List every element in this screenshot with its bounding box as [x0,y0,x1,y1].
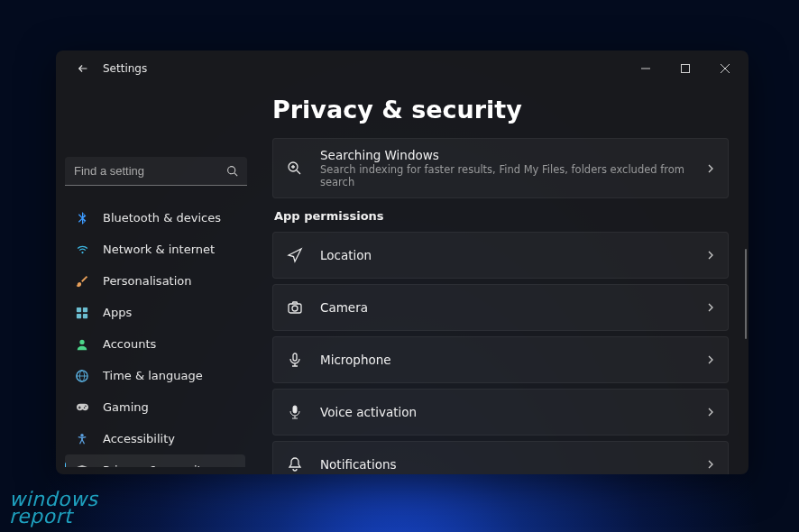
settings-window: Settings [56,50,748,474]
card-title: Voice activation [320,405,706,419]
sidebar-item-label: Personalisation [103,274,192,288]
card-camera[interactable]: Camera [272,284,729,331]
card-microphone[interactable]: Microphone [272,336,729,383]
svg-rect-14 [293,406,297,413]
sidebar-item-label: Bluetooth & devices [103,211,221,225]
main-content: Privacy & security Searching Windows Sea… [256,87,748,474]
titlebar: Settings [56,50,748,87]
svg-rect-2 [77,307,81,311]
search-input[interactable] [74,164,226,178]
sidebar-item-accessibility[interactable]: Accessibility [65,423,245,454]
microphone-icon [286,351,304,369]
minimize-button[interactable] [626,50,666,87]
section-header-app-permissions: App permissions [274,209,729,223]
search-box[interactable] [65,157,247,186]
svg-rect-5 [83,313,87,317]
sidebar-item-label: Apps [103,306,132,319]
accessibility-icon [74,431,90,447]
page-title: Privacy & security [272,96,729,124]
card-title: Searching Windows [320,148,706,162]
wifi-icon [74,242,90,258]
globe-clock-icon [74,368,90,384]
chevron-right-icon [706,408,715,417]
svg-point-12 [292,306,298,311]
svg-point-6 [79,339,84,344]
window-title: Settings [103,62,147,75]
sidebar-item-time[interactable]: Time & language [65,360,245,391]
card-notifications[interactable]: Notifications [272,441,729,474]
paintbrush-icon [74,273,90,289]
shield-icon [74,463,90,468]
maximize-button[interactable] [666,50,705,87]
watermark-line2: report [9,508,97,527]
voice-icon [286,403,304,421]
card-location[interactable]: Location [272,232,729,279]
close-button[interactable] [705,50,745,87]
sidebar-nav: Bluetooth & devices Network & internet P… [65,202,247,467]
card-subtitle: Search indexing for faster results, Find… [320,163,706,188]
svg-point-1 [228,167,235,174]
card-searching-windows[interactable]: Searching Windows Search indexing for fa… [272,138,729,198]
person-icon [74,336,90,353]
sidebar-item-personalisation[interactable]: Personalisation [65,265,245,297]
main-scrollbar[interactable] [745,249,747,339]
svg-rect-4 [77,313,81,317]
apps-icon [74,305,90,321]
sidebar-item-privacy[interactable]: Privacy & security [65,454,245,467]
card-title: Microphone [320,353,706,367]
sidebar-item-label: Accounts [103,337,156,351]
location-icon [286,246,304,264]
chevron-right-icon [706,164,715,173]
sidebar-item-label: Accessibility [103,432,175,445]
bell-icon [286,455,304,473]
search-settings-icon [286,160,304,178]
camera-icon [286,298,304,316]
svg-point-9 [80,433,84,436]
sidebar-item-accounts[interactable]: Accounts [65,328,245,360]
sidebar-item-bluetooth[interactable]: Bluetooth & devices [65,202,245,234]
card-voice-activation[interactable]: Voice activation [272,389,729,436]
back-button[interactable] [70,56,96,81]
svg-rect-0 [682,65,690,73]
card-title: Camera [320,300,706,315]
svg-rect-13 [293,353,297,361]
sidebar-item-label: Privacy & security [103,463,208,467]
chevron-right-icon [706,303,715,312]
sidebar-item-label: Gaming [103,400,149,414]
card-title: Notifications [320,457,706,472]
search-icon [226,165,238,177]
sidebar-item-apps[interactable]: Apps [65,297,245,328]
sidebar-item-label: Network & internet [103,243,215,256]
svg-rect-3 [83,307,87,311]
bluetooth-icon [74,210,90,226]
window-controls [626,50,745,87]
gamepad-icon [74,399,90,416]
chevron-right-icon [706,251,715,260]
sidebar-item-label: Time & language [103,369,203,382]
chevron-right-icon [706,355,715,364]
sidebar-item-gaming[interactable]: Gaming [65,391,245,423]
chevron-right-icon [706,460,715,469]
watermark: windows report [9,491,97,527]
sidebar: Bluetooth & devices Network & internet P… [56,87,256,474]
card-title: Location [320,248,706,262]
sidebar-item-network[interactable]: Network & internet [65,234,245,265]
